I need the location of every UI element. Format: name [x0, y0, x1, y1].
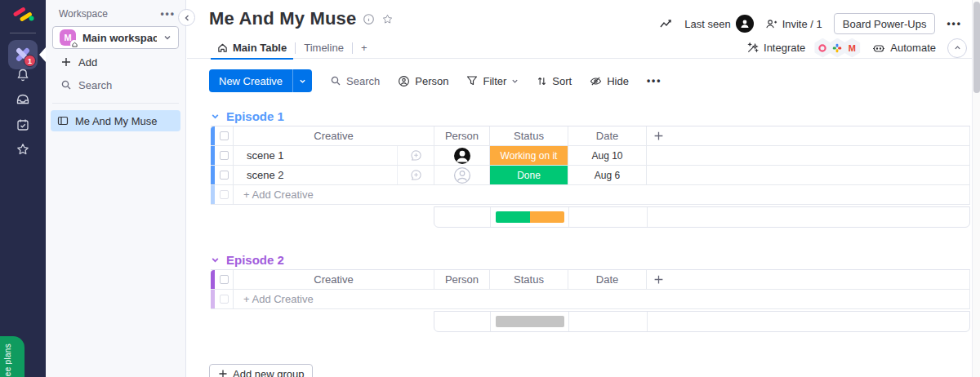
- integration-badge-1: [813, 38, 831, 58]
- item-name[interactable]: scene 1: [234, 146, 397, 165]
- group-title-label[interactable]: Episode 1: [226, 109, 284, 123]
- add-new-group-button[interactable]: Add new group: [209, 364, 313, 377]
- automate-button[interactable]: Automate: [872, 42, 936, 54]
- invite-label: Invite / 1: [782, 18, 822, 30]
- integration-badge-2: [828, 38, 846, 58]
- tab-timeline[interactable]: Timeline: [296, 38, 352, 59]
- new-item-label[interactable]: New Creative: [209, 69, 292, 92]
- workspace-label: Workspace: [59, 8, 108, 20]
- board-title[interactable]: Me And My Muse: [209, 8, 356, 29]
- integration-badges[interactable]: M: [817, 38, 861, 58]
- funnel-icon: [466, 75, 478, 86]
- add-item-label[interactable]: + Add Creative: [233, 185, 969, 204]
- board-view: Me And My Muse Last seen: [187, 0, 980, 377]
- product-rail: 1 See plans: [0, 0, 46, 377]
- creative-column-header[interactable]: Creative: [233, 126, 434, 145]
- summary-status-cell: [490, 312, 568, 331]
- board-power-ups-button[interactable]: Board Power-Ups: [834, 13, 936, 34]
- group-collapse-icon[interactable]: [211, 112, 220, 121]
- board-info-icon[interactable]: [363, 13, 375, 25]
- add-column-button[interactable]: [646, 270, 969, 289]
- person-circle-icon: [398, 75, 410, 87]
- scrollbar-thumb[interactable]: [973, 2, 980, 93]
- new-item-caret[interactable]: [292, 69, 312, 92]
- last-seen-avatar: [736, 15, 754, 33]
- add-column-button[interactable]: [646, 126, 969, 145]
- summary-date-cell: [568, 312, 647, 331]
- board-menu-icon[interactable]: •••: [947, 18, 962, 29]
- new-item-button[interactable]: New Creative: [209, 69, 312, 92]
- integrate-button[interactable]: Integrate: [746, 42, 805, 54]
- row-checkbox: [215, 185, 233, 204]
- chevron-down-icon: [163, 33, 172, 42]
- select-all-checkbox[interactable]: [215, 126, 233, 145]
- bell-icon[interactable]: [13, 65, 33, 85]
- sidebar-add-button[interactable]: Add: [52, 52, 179, 72]
- status-column-header[interactable]: Status: [489, 126, 568, 145]
- toolbar-person-filter[interactable]: Person: [398, 75, 448, 87]
- home-mini-icon: [70, 40, 78, 48]
- person-column-header[interactable]: Person: [434, 270, 489, 289]
- add-update-icon[interactable]: [397, 146, 434, 165]
- person-cell[interactable]: [434, 146, 489, 165]
- row-checkbox[interactable]: [215, 146, 233, 165]
- summary-date-cell: [568, 207, 647, 227]
- row-checkbox[interactable]: [215, 166, 233, 184]
- date-column-header[interactable]: Date: [568, 126, 646, 145]
- group-color-bar: [211, 290, 215, 308]
- column-header-row: CreativePersonStatusDate: [211, 126, 970, 146]
- person-cell[interactable]: [434, 166, 489, 184]
- creative-column-header[interactable]: Creative: [233, 270, 434, 289]
- person-column-header[interactable]: Person: [434, 126, 489, 145]
- creative-cell[interactable]: scene 2: [233, 166, 434, 184]
- creative-cell[interactable]: scene 1: [233, 146, 434, 165]
- automate-label: Automate: [890, 42, 936, 54]
- board-favorite-star-icon[interactable]: [381, 13, 394, 25]
- toolbar-hide[interactable]: Hide: [590, 75, 629, 87]
- wand-icon: [746, 42, 759, 54]
- item-name[interactable]: scene 2: [234, 166, 397, 184]
- add-item-label[interactable]: + Add Creative: [233, 290, 969, 308]
- tab-add-view[interactable]: +: [353, 38, 376, 59]
- add-update-icon[interactable]: [397, 166, 434, 184]
- workspace-switcher[interactable]: M Main workspace: [52, 26, 179, 49]
- status-cell[interactable]: Done: [489, 166, 568, 184]
- active-product-pointer: [39, 47, 46, 62]
- monday-logo-icon[interactable]: [11, 7, 34, 24]
- date-cell[interactable]: Aug 6: [568, 166, 646, 184]
- add-item-row[interactable]: + Add Creative: [211, 290, 970, 309]
- add-item-row[interactable]: + Add Creative: [211, 185, 970, 205]
- date-column-header[interactable]: Date: [568, 270, 646, 289]
- sidebar-board-item[interactable]: Me And My Muse: [51, 110, 180, 131]
- group-table: CreativePersonStatusDatescene 1Working o…: [211, 126, 970, 205]
- my-work-calendar-icon[interactable]: [13, 115, 33, 135]
- select-all-checkbox[interactable]: [215, 270, 233, 289]
- group-collapse-icon[interactable]: [211, 255, 220, 264]
- robot-icon: [872, 42, 885, 54]
- sidebar-collapse-button[interactable]: [178, 9, 195, 26]
- status-cell[interactable]: Working on it: [489, 146, 568, 165]
- toolbar-search[interactable]: Search: [330, 75, 380, 87]
- toolbar-filter[interactable]: Filter: [466, 75, 519, 87]
- tab-main-table[interactable]: Main Table: [209, 38, 295, 59]
- sidebar-search[interactable]: Search: [52, 75, 179, 95]
- group-color-bar: [211, 185, 215, 204]
- activity-icon[interactable]: [660, 19, 673, 29]
- page-scrollbar[interactable]: [972, 0, 980, 377]
- date-cell[interactable]: Aug 10: [568, 146, 646, 165]
- inbox-icon[interactable]: [13, 90, 33, 109]
- collapse-header-button[interactable]: [947, 38, 967, 58]
- workspace-avatar: M: [60, 29, 76, 46]
- toolbar-sort[interactable]: Sort: [537, 75, 572, 87]
- status-column-header[interactable]: Status: [489, 270, 568, 289]
- favorites-star-icon[interactable]: [13, 140, 33, 159]
- empty-cell: [646, 166, 969, 184]
- group-title-label[interactable]: Episode 2: [226, 253, 284, 267]
- toolbar-more-icon[interactable]: •••: [647, 75, 662, 86]
- invite-button[interactable]: Invite / 1: [765, 18, 822, 30]
- summary-status-cell: [490, 207, 568, 227]
- summary-empty-cell: [647, 312, 969, 331]
- last-seen[interactable]: Last seen: [684, 15, 753, 33]
- see-plans-ribbon[interactable]: See plans: [0, 336, 24, 377]
- workspace-menu-icon[interactable]: •••: [160, 8, 176, 20]
